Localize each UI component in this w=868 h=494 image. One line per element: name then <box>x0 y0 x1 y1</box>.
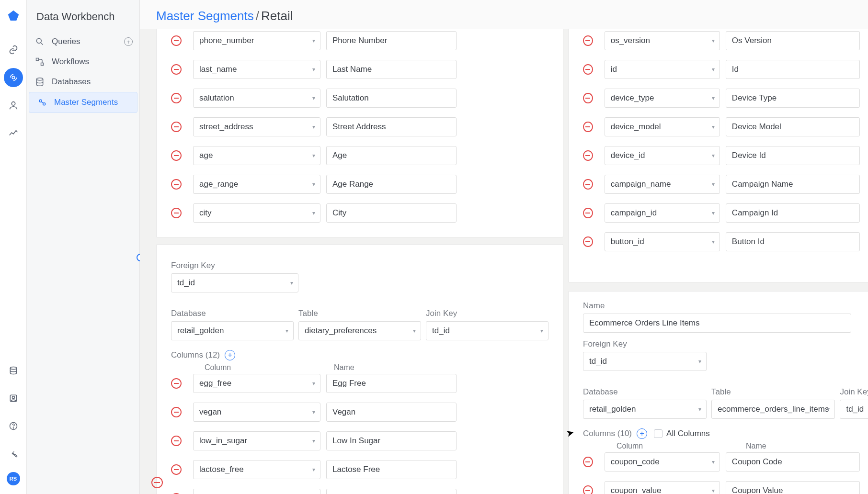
remove-column-button[interactable] <box>171 378 182 389</box>
add-query-icon[interactable]: + <box>124 37 133 46</box>
nav-databases[interactable]: Databases <box>27 72 139 92</box>
column-select[interactable]: street_address▾ <box>193 117 320 136</box>
column-select[interactable]: age▾ <box>193 146 320 165</box>
db-select[interactable]: retail_golden▾ <box>583 400 707 419</box>
nav-workflows[interactable]: Workflows <box>27 52 139 72</box>
column-name-input[interactable]: Age Range <box>326 175 457 194</box>
column-name-input[interactable]: City <box>326 203 457 223</box>
remove-column-button[interactable] <box>583 179 593 190</box>
column-select[interactable]: id▾ <box>605 60 720 79</box>
remove-column-button[interactable] <box>583 485 593 494</box>
column-name-input[interactable]: Os Version <box>726 31 860 50</box>
column-name-input[interactable]: Low In Salt <box>326 489 457 494</box>
column-name-input[interactable]: Lactose Free <box>326 460 457 479</box>
column-select[interactable]: device_id▾ <box>605 146 720 165</box>
remove-column-button[interactable] <box>583 93 593 103</box>
add-column-button[interactable]: + <box>225 350 235 360</box>
column-name-input[interactable]: Device Id <box>726 146 860 165</box>
remove-column-button[interactable] <box>583 236 593 247</box>
column-select[interactable]: age_range▾ <box>193 175 320 194</box>
table-select[interactable]: dietary_preferences▾ <box>298 321 421 340</box>
column-name-input[interactable]: Coupon Value <box>726 481 860 494</box>
svg-point-4 <box>12 396 14 399</box>
column-row: device_model▾ Device Model <box>583 117 860 136</box>
nav-master-segments[interactable]: Master Segments <box>29 92 137 113</box>
joinkey-select[interactable]: td_id▾ <box>426 321 548 340</box>
table-select[interactable]: ecommerce_orders_line_items▾ <box>711 400 835 419</box>
column-name-input[interactable]: Id <box>726 60 860 79</box>
remove-section-button[interactable] <box>151 477 163 488</box>
column-name-input[interactable]: Coupon Code <box>726 452 860 472</box>
column-select[interactable]: low_in_salt▾ <box>193 489 320 494</box>
add-column-button[interactable]: + <box>637 428 647 439</box>
column-name-input[interactable]: Vegan <box>326 403 457 422</box>
column-select[interactable]: campaign_name▾ <box>605 175 720 194</box>
rail-user-icon[interactable] <box>4 389 23 408</box>
nav-queries[interactable]: Queries + <box>27 32 139 52</box>
column-select[interactable]: salutation▾ <box>193 89 320 108</box>
column-name-input[interactable]: Low In Sugar <box>326 431 457 450</box>
column-select[interactable]: lactose_free▾ <box>193 460 320 479</box>
ecommerce-table-card: Name Ecommerce Orders Line Items Foreign… <box>568 291 868 494</box>
column-select[interactable]: device_model▾ <box>605 117 720 136</box>
breadcrumb-parent[interactable]: Master Segments <box>156 9 254 23</box>
column-name-input[interactable]: Phone Number <box>326 31 457 50</box>
column-select[interactable]: campaign_id▾ <box>605 203 720 223</box>
remove-column-button[interactable] <box>171 35 182 46</box>
rail-person-icon[interactable] <box>4 96 23 115</box>
database-icon <box>34 77 45 87</box>
remove-column-button[interactable] <box>171 93 182 103</box>
column-select[interactable]: device_type▾ <box>605 89 720 108</box>
column-select[interactable]: os_version▾ <box>605 31 720 50</box>
column-select[interactable]: egg_free▾ <box>193 374 320 393</box>
rail-wrench-icon[interactable] <box>4 444 23 463</box>
remove-column-button[interactable] <box>171 407 182 417</box>
column-name-input[interactable]: Button Id <box>726 232 860 251</box>
column-name-input[interactable]: Campaign Id <box>726 203 860 223</box>
column-select[interactable]: low_in_sugar▾ <box>193 431 320 450</box>
remove-column-button[interactable] <box>171 64 182 75</box>
name-input[interactable]: Ecommerce Orders Line Items <box>583 314 851 333</box>
remove-column-button[interactable] <box>171 436 182 446</box>
column-name-input[interactable]: Campaign Name <box>726 175 860 194</box>
remove-column-button[interactable] <box>171 208 182 218</box>
rail-chart-icon[interactable] <box>4 124 23 143</box>
chevron-down-icon: ▾ <box>286 327 288 334</box>
column-select[interactable]: coupon_value▾ <box>605 481 720 494</box>
remove-column-button[interactable] <box>583 122 593 132</box>
column-select[interactable]: vegan▾ <box>193 403 320 422</box>
rail-help-icon[interactable] <box>4 416 23 436</box>
column-select[interactable]: button_id▾ <box>605 232 720 251</box>
column-select[interactable]: last_name▾ <box>193 60 320 79</box>
fk-select[interactable]: td_id ▾ <box>171 273 298 292</box>
user-avatar[interactable]: RS <box>7 472 20 485</box>
column-name-input[interactable]: Last Name <box>326 60 457 79</box>
joinkey-select[interactable]: td_id <box>840 400 868 419</box>
remove-column-button[interactable] <box>583 208 593 218</box>
all-columns-checkbox[interactable] <box>654 429 662 438</box>
column-name-input[interactable]: Salutation <box>326 89 457 108</box>
db-select[interactable]: retail_golden▾ <box>171 321 294 340</box>
column-row: low_in_salt▾ Low In Salt <box>171 489 548 494</box>
remove-column-button[interactable] <box>583 64 593 75</box>
remove-column-button[interactable] <box>171 464 182 475</box>
rail-stack-icon[interactable] <box>4 361 23 380</box>
remove-column-button[interactable] <box>171 179 182 190</box>
remove-column-button[interactable] <box>583 457 593 467</box>
column-name-input[interactable]: Age <box>326 146 457 165</box>
column-name-input[interactable]: Egg Free <box>326 374 457 393</box>
column-name-input[interactable]: Device Model <box>726 117 860 136</box>
fk-select[interactable]: td_id▾ <box>583 352 707 371</box>
remove-column-button[interactable] <box>171 122 182 132</box>
remove-column-button[interactable] <box>583 35 593 46</box>
svg-rect-8 <box>36 58 39 61</box>
column-name-input[interactable]: Device Type <box>726 89 860 108</box>
column-select[interactable]: phone_number▾ <box>193 31 320 50</box>
rail-workbench-icon[interactable] <box>4 68 23 87</box>
column-name-input[interactable]: Street Address <box>326 117 457 136</box>
column-select[interactable]: city▾ <box>193 203 320 223</box>
rail-link-icon[interactable] <box>4 40 23 59</box>
remove-column-button[interactable] <box>583 150 593 161</box>
remove-column-button[interactable] <box>171 150 182 161</box>
column-select[interactable]: coupon_code▾ <box>605 452 720 472</box>
